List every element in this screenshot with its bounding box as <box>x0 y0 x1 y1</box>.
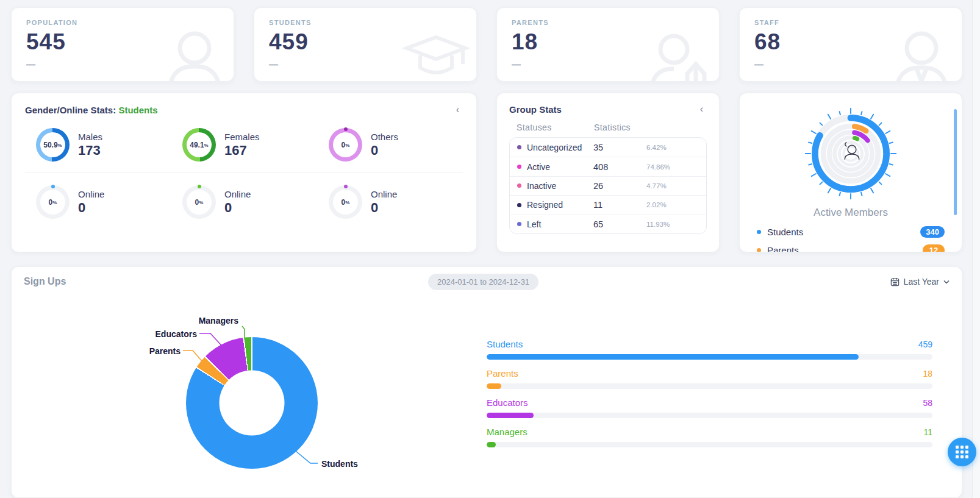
collapse-chevron-icon[interactable]: ‹ <box>696 103 707 115</box>
status-count: 11 <box>593 200 646 210</box>
status-label: Inactive <box>527 181 556 191</box>
status-count: 26 <box>593 181 646 191</box>
status-label: Resigned <box>527 200 563 210</box>
legend-dot <box>757 248 761 252</box>
legend-label: Students <box>767 227 803 237</box>
date-range-selector[interactable]: Last Year <box>890 277 950 286</box>
bar-fill <box>487 413 534 418</box>
stat-card-staff: STAFF68— <box>739 7 962 82</box>
middle-row: Gender/Online Stats: Students ‹ 50.9%Mal… <box>11 93 962 252</box>
stat-card-population: POPULATION545— <box>11 7 234 82</box>
ring-value: 173 <box>78 143 102 158</box>
sign-ups-title: Sign Ups <box>24 276 66 287</box>
status-label: Uncategorized <box>527 143 582 152</box>
status-percent: 4.77% <box>646 182 699 190</box>
stat-card-students: STUDENTS459— <box>254 7 477 82</box>
legend-row-students: Students340 <box>757 226 945 238</box>
bar-label: Managers <box>487 427 528 437</box>
stat-card-parents: PARENTS18— <box>496 7 720 82</box>
column-header-statistics: Statistics <box>594 123 647 132</box>
sign-ups-body: Managers Educators Parents Students Stud… <box>12 301 962 497</box>
progress-ring: 0% <box>329 128 362 162</box>
bar-row-managers: Managers11 <box>487 427 932 447</box>
group-stats-row-resigned: Resigned112.02% <box>510 195 706 214</box>
collapse-chevron-icon[interactable]: ‹ <box>452 104 463 116</box>
chevron-down-icon <box>943 280 950 284</box>
status-dot <box>517 145 521 149</box>
progress-ring: 0% <box>182 185 216 219</box>
ring-stat-online: 0%Online0 <box>182 185 329 219</box>
legend-dot <box>757 230 761 234</box>
active-members-title: Active Members <box>749 207 952 219</box>
active-members-card: Active Members Students340Parents12 <box>739 93 962 252</box>
bar-value: 11 <box>923 427 932 437</box>
ring-percent: 0% <box>329 185 362 219</box>
gender-rings-row: 50.9%Males17349.1%Females1670%Others0 <box>25 128 463 162</box>
sign-ups-donut-chart <box>186 337 318 469</box>
stat-cards-row: POPULATION545—STUDENTS459—PARENTS18—STAF… <box>11 7 962 82</box>
progress-ring: 50.9% <box>36 128 70 162</box>
status-label: Active <box>527 162 550 172</box>
ring-start-dot <box>344 127 348 131</box>
progress-ring: 49.1% <box>182 128 216 162</box>
ring-stat-females: 49.1%Females167 <box>182 128 329 162</box>
status-percent: 11.93% <box>646 221 699 228</box>
ring-label: Males <box>78 132 102 142</box>
date-range-pill[interactable]: 2024-01-01 to 2024-12-31 <box>428 274 538 290</box>
ring-stat-online: 0%Online0 <box>329 185 475 219</box>
active-members-legend: Students340Parents12 <box>749 226 952 252</box>
group-stats-card: Group Stats ‹ Statuses Statistics Uncate… <box>496 93 720 252</box>
status-dot <box>517 222 521 226</box>
legend-count-badge: 12 <box>923 244 945 252</box>
page-scrollbar[interactable] <box>972 0 980 498</box>
sign-ups-card: Sign Ups 2024-01-01 to 2024-12-31 Last Y… <box>11 266 962 498</box>
ring-value: 0 <box>371 143 398 158</box>
legend-row-parents: Parents12 <box>757 244 945 252</box>
gender-card-title: Gender/Online Stats: Students <box>25 105 158 115</box>
ring-percent: 49.1% <box>182 128 216 162</box>
group-stats-row-uncategorized: Uncategorized356.42% <box>510 138 706 157</box>
group-stats-row-left: Left6511.93% <box>510 215 706 233</box>
donut-label-parents: Parents <box>126 346 181 356</box>
bar-value: 459 <box>918 340 932 349</box>
group-stats-row-inactive: Inactive264.77% <box>510 176 706 195</box>
ring-label: Others <box>371 132 398 142</box>
online-rings-row: 0%Online00%Online00%Online0 <box>25 185 463 219</box>
progress-ring: 0% <box>329 185 362 219</box>
parent-icon <box>642 25 715 82</box>
dashboard-page: POPULATION545—STUDENTS459—PARENTS18—STAF… <box>11 7 962 498</box>
group-stats-row-active: Active40874.86% <box>510 157 706 176</box>
status-count: 65 <box>593 219 646 229</box>
bar-value: 18 <box>923 369 932 379</box>
group-stats-title: Group Stats <box>509 104 562 115</box>
legend-count-badge: 340 <box>920 226 945 238</box>
range-label: Last Year <box>904 277 939 286</box>
donut-label-students: Students <box>321 459 358 469</box>
ring-percent: 0% <box>182 185 216 219</box>
calendar-icon <box>890 277 900 286</box>
gender-online-stats-card: Gender/Online Stats: Students ‹ 50.9%Mal… <box>11 93 477 252</box>
bar-track <box>487 413 932 418</box>
bar-value: 58 <box>923 398 932 408</box>
ring-percent: 0% <box>36 185 70 219</box>
ring-stat-online: 0%Online0 <box>36 185 182 219</box>
ring-label: Online <box>78 189 104 199</box>
apps-grid-fab-button[interactable] <box>948 438 976 466</box>
group-stats-table: Uncategorized356.42%Active40874.86%Inact… <box>509 137 707 234</box>
bar-fill <box>487 354 859 360</box>
gender-card-title-highlight: Students <box>118 105 157 115</box>
donut-label-managers: Managers <box>186 316 238 325</box>
donut-hole <box>220 371 285 436</box>
card-scrollbar-thumb[interactable] <box>954 109 957 215</box>
ring-percent: 0% <box>329 128 362 162</box>
sign-ups-bar-list: Students459Parents18Educators58Managers1… <box>487 339 932 456</box>
status-dot <box>517 203 521 207</box>
ring-start-dot <box>198 185 201 188</box>
status-dot <box>517 165 521 169</box>
grid-icon <box>956 446 968 458</box>
ring-stat-others: 0%Others0 <box>329 128 475 162</box>
ring-stat-males: 50.9%Males173 <box>36 128 182 162</box>
ring-label: Online <box>371 189 397 199</box>
bar-row-students: Students459 <box>487 339 932 360</box>
legend-label: Parents <box>767 245 799 252</box>
